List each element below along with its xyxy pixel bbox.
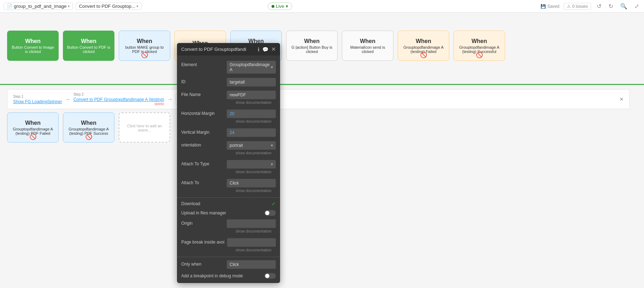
live-button[interactable]: Live ▾ [268, 2, 292, 10]
separator-1 [177, 197, 280, 198]
undo-button[interactable]: ↺ [595, 2, 603, 10]
pagebreak-field: Page break inside avoi [181, 238, 276, 247]
card-r2-1[interactable]: When Grouptopdfandimage A (testing) PDF … [7, 112, 59, 143]
attachtype-label: Attach To Type [181, 160, 224, 166]
expand-button[interactable]: ⤢ [633, 2, 640, 10]
upload-toggle-thumb [265, 211, 269, 215]
card-r2-2-no-icon: 🚫 [85, 133, 92, 140]
pagebreak-doc-link[interactable]: show documentation [181, 247, 276, 254]
redo-button[interactable]: ↻ [607, 2, 615, 10]
orientation-value: portrait [230, 143, 243, 148]
hmargin-field: Horizontal Margin 20 [181, 110, 276, 118]
workflow-tab-arrow-icon: ▾ [136, 4, 138, 8]
pagebreak-row: Page break inside avoi show documentatio… [177, 236, 280, 255]
topbar: 📄 group_to_pdf_and_image ▾ Convert to PD… [0, 0, 644, 13]
card-r2-1-when: When [25, 120, 41, 126]
card-8[interactable]: When Grouptopdfandimage A (testing) Fail… [398, 31, 449, 61]
canvas: When Button Convert to Image is clicked … [0, 13, 644, 288]
onlywhen-row: Only when Click [177, 258, 280, 271]
attachto-doc-link[interactable]: show documentation [181, 188, 276, 194]
topbar-right: 💾 Saved ⚠ 0 issues ↺ ↻ 🔍 ⤢ [541, 2, 640, 10]
card-9-no-icon: 🚫 [476, 52, 483, 58]
element-label: Element [181, 61, 224, 67]
search-button[interactable]: 🔍 [619, 2, 629, 10]
card-2[interactable]: When Button Convert to PDF is clicked [63, 31, 114, 61]
attachtype-doc-link[interactable]: show documentation [181, 169, 276, 175]
vmargin-input[interactable]: 24 [227, 128, 276, 137]
download-check[interactable]: ✓ [272, 201, 276, 207]
card-7-sub: MaterialIcon send is clicked [345, 45, 390, 54]
card-1[interactable]: When Button Convert to Image is clicked [7, 31, 59, 61]
filename-value: newPDF [230, 92, 246, 97]
card-r2-3[interactable]: Click here to add an event... [119, 112, 170, 143]
filename-doc-link[interactable]: show documentation [181, 100, 276, 106]
card-3-no-icon: 🚫 [141, 52, 148, 58]
element-dropdown[interactable]: Grouptopdfandimage A [227, 61, 276, 74]
step-close-icon[interactable]: ✕ [619, 96, 624, 102]
card-8-when: When [416, 38, 431, 44]
card-r2-3-sub: Click here to add an event... [122, 124, 167, 132]
id-input[interactable]: targetall [227, 78, 276, 86]
card-7-when: When [360, 38, 376, 44]
step-1-name[interactable]: Show FG LoadingSpinner [13, 99, 62, 104]
upload-label: Upload in files manager [181, 210, 264, 215]
modal-header-icons: ℹ 💬 ✕ [258, 46, 276, 53]
pagebreak-input[interactable] [227, 238, 276, 247]
pagebreak-label: Page break inside avoi [181, 238, 224, 245]
modal-body: Element Grouptopdfandimage A ID targetal… [177, 55, 280, 283]
orientation-dropdown[interactable]: portrait [227, 141, 276, 150]
orientation-doc-link[interactable]: show documentation [181, 150, 276, 156]
onlywhen-value: Click [230, 262, 239, 267]
step-arrow-2-icon: → [167, 96, 173, 102]
chat-icon[interactable]: 💬 [262, 47, 268, 52]
issues-button[interactable]: ⚠ 0 issues [564, 3, 591, 10]
info-icon[interactable]: ℹ [258, 47, 259, 52]
modal-panel: Convert to PDF Grouptopdfandi ℹ 💬 ✕ Elem… [177, 43, 280, 283]
separator-2 [177, 257, 280, 257]
hmargin-doc-link[interactable]: show documentation [181, 119, 276, 125]
workflow-tab[interactable]: Convert to PDF Grouptop... ▾ [76, 2, 141, 10]
modal-close-button[interactable]: ✕ [271, 46, 276, 53]
file-tab[interactable]: 📄 group_to_pdf_and_image ▾ [4, 2, 73, 10]
attachto-row: Attach To Click show documentation [177, 177, 280, 196]
card-6[interactable]: When G [action] Button Buy is clicked [286, 31, 338, 61]
id-value: targetall [230, 80, 245, 85]
attachtype-row: Attach To Type show documentation [177, 158, 280, 177]
workflow-line [0, 84, 644, 85]
element-field: Element Grouptopdfandimage A [181, 61, 276, 74]
orientation-field: orientation portrait [181, 141, 276, 150]
card-6-when: When [304, 38, 320, 44]
upload-row: Upload in files manager [177, 208, 280, 218]
card-7[interactable]: When MaterialIcon send is clicked [342, 31, 393, 61]
origin-doc-link[interactable]: show documentation [181, 229, 276, 235]
element-row: Element Grouptopdfandimage A [177, 59, 280, 76]
onlywhen-field: Only when Click [181, 260, 276, 269]
step-2-delete[interactable]: delete [73, 102, 164, 106]
element-value: Grouptopdfandimage A [230, 62, 271, 72]
card-3[interactable]: When button MAKE group to PDF is clicked… [119, 31, 170, 61]
card-r2-2[interactable]: When Grouptopdfandimage A (testing) PDF … [63, 112, 114, 143]
live-label: Live [276, 4, 284, 9]
step-2-name[interactable]: Convert to PDF Grouptopdfandimage A (tes… [73, 97, 164, 102]
id-label: ID [181, 78, 224, 84]
origin-input[interactable] [227, 219, 276, 228]
attachto-input[interactable]: Click [227, 179, 276, 187]
debug-toggle[interactable] [264, 273, 276, 279]
attachto-value: Click [230, 181, 239, 186]
card-6-sub: G [action] Button Buy is clicked [289, 45, 334, 54]
debug-row: Add a breakpoint in debug mode [177, 271, 280, 281]
card-1-when: When [25, 38, 41, 44]
card-8-no-icon: 🚫 [420, 52, 427, 58]
attachtype-dropdown[interactable] [227, 160, 276, 169]
file-name: group_to_pdf_and_image [14, 4, 66, 9]
onlywhen-input[interactable]: Click [227, 260, 276, 269]
upload-toggle[interactable] [264, 210, 276, 216]
file-icon: 📄 [7, 4, 12, 9]
hmargin-input[interactable]: 20 [227, 110, 276, 118]
debug-label: Add a breakpoint in debug mode [181, 273, 264, 278]
saved-status: 💾 Saved [541, 4, 559, 9]
card-9[interactable]: When Grouptopdfandimage A (testing) Succ… [454, 31, 505, 61]
hmargin-label: Horizontal Margin [181, 110, 224, 116]
filename-input[interactable]: newPDF [227, 91, 276, 99]
orientation-label: orientation [181, 141, 224, 148]
